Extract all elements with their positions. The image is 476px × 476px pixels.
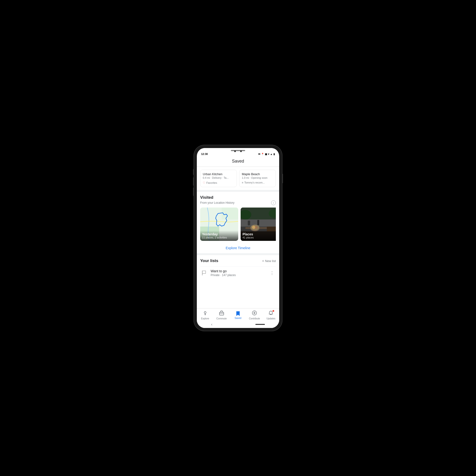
timeline-card-overlay-yesterday: Yesterday 11 places, 2 activities bbox=[200, 230, 238, 241]
notification-badge bbox=[272, 310, 274, 312]
place-cards-row: Urban Kitchen 0.4 mi · Delivery · Ta... … bbox=[197, 167, 279, 190]
page-title: Saved bbox=[232, 159, 244, 164]
explore-icon bbox=[203, 310, 208, 317]
explore-timeline-label: Explore Timeline bbox=[226, 246, 250, 250]
timeline-card-places[interactable]: Places 41 places bbox=[241, 207, 276, 241]
notch-area bbox=[197, 148, 279, 152]
place-card-name: Urban Kitchen bbox=[203, 172, 234, 176]
phone-frame: 12:30 ✉ 📍 ▣ ▾ ▲ ▮ Saved Urban Kitchen 0.… bbox=[194, 145, 282, 331]
nav-item-commute[interactable]: Commute bbox=[215, 310, 228, 320]
flag-icon bbox=[200, 269, 208, 277]
info-icon[interactable]: i bbox=[271, 200, 276, 205]
front-camera bbox=[234, 151, 236, 152]
explore-label: Explore bbox=[201, 317, 209, 320]
status-bar: 12:30 ✉ 📍 ▣ ▾ ▲ ▮ bbox=[197, 152, 279, 156]
camera-area bbox=[227, 151, 249, 152]
silent-button bbox=[193, 187, 194, 196]
place-card-maple-beach[interactable]: Maple Beach 1.0 mi · Opening soon ≡ Tomm… bbox=[239, 170, 276, 187]
place-card-name-2: Maple Beach bbox=[242, 172, 273, 176]
lists-section: Your lists + New list Want to go bbox=[197, 255, 279, 279]
commute-nav-icon bbox=[219, 310, 224, 316]
timeline-card-subtitle-yesterday: 11 places, 2 activities bbox=[202, 236, 236, 239]
place-card-tag: ♡ Favorites bbox=[203, 181, 234, 185]
nav-item-saved[interactable]: Saved bbox=[232, 311, 244, 319]
lists-title: Your lists bbox=[200, 258, 218, 263]
status-time: 12:30 bbox=[201, 153, 208, 155]
app-header: Saved bbox=[197, 156, 279, 167]
location-icon: 📍 bbox=[261, 153, 264, 155]
timeline-card-yesterday[interactable]: Yesterday 11 places, 2 activities bbox=[200, 207, 238, 241]
place-card-info: 0.4 mi · Delivery · Ta... bbox=[203, 176, 234, 179]
contribute-icon bbox=[252, 310, 257, 317]
commute-icon bbox=[219, 310, 224, 317]
visited-subtitle-row: From your Location History i bbox=[200, 200, 276, 205]
status-icons: ✉ 📍 ▣ ▾ ▲ ▮ bbox=[258, 153, 275, 155]
svg-rect-2 bbox=[221, 207, 238, 220]
updates-icon bbox=[268, 310, 273, 317]
home-indicator: ‹ bbox=[197, 321, 279, 328]
list-more-button[interactable]: ⋮ bbox=[268, 269, 276, 277]
svg-point-19 bbox=[204, 311, 206, 313]
nav-item-updates[interactable]: Updates bbox=[265, 310, 277, 320]
vol-up-button bbox=[193, 169, 194, 175]
svg-point-12 bbox=[252, 226, 255, 229]
bookmark-shape bbox=[236, 311, 240, 316]
svg-rect-7 bbox=[248, 221, 250, 225]
signal-icon: ▲ bbox=[270, 153, 272, 155]
plus-icon: + bbox=[262, 259, 264, 263]
contribute-label: Contribute bbox=[249, 317, 260, 320]
new-list-button[interactable]: + New list bbox=[262, 259, 276, 263]
explore-timeline-button[interactable]: Explore Timeline bbox=[197, 243, 279, 253]
lines-icon: ≡ bbox=[242, 181, 243, 184]
list-item-info: Want to go Private · 147 places bbox=[211, 269, 268, 277]
sensor-dot bbox=[240, 151, 242, 152]
flag-svg bbox=[202, 270, 206, 276]
lists-header: Your lists + New list bbox=[200, 258, 276, 263]
nav-item-explore[interactable]: Explore bbox=[199, 310, 211, 320]
bottom-nav: Explore Commute Saved bbox=[197, 308, 279, 321]
explore-nav-icon bbox=[203, 310, 208, 316]
contribute-nav-icon bbox=[252, 310, 257, 316]
svg-rect-20 bbox=[220, 312, 224, 315]
saved-icon bbox=[236, 311, 240, 316]
phone-screen: 12:30 ✉ 📍 ▣ ▾ ▲ ▮ Saved Urban Kitchen 0.… bbox=[197, 148, 279, 328]
gmail-icon: ✉ bbox=[258, 153, 260, 155]
timeline-card-title-places: Places bbox=[242, 232, 276, 236]
wifi-icon: ▾ bbox=[268, 153, 269, 155]
vibrate-icon: ▣ bbox=[265, 153, 267, 155]
timeline-card-subtitle-places: 41 places bbox=[242, 236, 276, 239]
timeline-cards: Yesterday 11 places, 2 activities bbox=[200, 207, 276, 241]
timeline-card-overlay-places: Places 41 places bbox=[241, 230, 276, 241]
vol-down-button bbox=[193, 177, 194, 186]
place-card-urban-kitchen[interactable]: Urban Kitchen 0.4 mi · Delivery · Ta... … bbox=[200, 170, 237, 187]
list-item-meta: Private · 147 places bbox=[211, 273, 268, 277]
timeline-card-title-yesterday: Yesterday bbox=[202, 232, 236, 236]
section-divider-1 bbox=[197, 190, 279, 192]
place-card-tag-2: ≡ Tommy's recom... bbox=[242, 181, 273, 184]
place-card-tag-label: Favorites bbox=[206, 181, 217, 184]
commute-label: Commute bbox=[216, 317, 227, 320]
visited-title: Visited bbox=[200, 195, 276, 200]
svg-rect-8 bbox=[257, 220, 259, 225]
heart-icon: ♡ bbox=[203, 181, 205, 185]
place-card-tag-label-2: Tommy's recom... bbox=[244, 181, 265, 184]
updates-label: Updates bbox=[267, 317, 275, 320]
back-arrow[interactable]: ‹ bbox=[211, 322, 212, 326]
battery-icon: ▮ bbox=[273, 153, 275, 155]
visited-section: Visited From your Location History i bbox=[197, 192, 279, 243]
power-button bbox=[282, 174, 283, 183]
section-divider-2 bbox=[197, 253, 279, 255]
new-list-label: New list bbox=[265, 259, 276, 263]
home-pill[interactable] bbox=[255, 324, 265, 325]
visited-subtitle: From your Location History bbox=[200, 201, 235, 204]
list-item-name: Want to go bbox=[211, 269, 268, 273]
list-item-want-to-go[interactable]: Want to go Private · 147 places ⋮ bbox=[200, 267, 276, 279]
svg-point-13 bbox=[255, 226, 257, 229]
nav-item-contribute[interactable]: Contribute bbox=[248, 310, 261, 320]
scroll-area[interactable]: Urban Kitchen 0.4 mi · Delivery · Ta... … bbox=[197, 167, 279, 308]
saved-label: Saved bbox=[235, 317, 241, 319]
place-card-info-2: 1.0 mi · Opening soon bbox=[242, 176, 273, 179]
